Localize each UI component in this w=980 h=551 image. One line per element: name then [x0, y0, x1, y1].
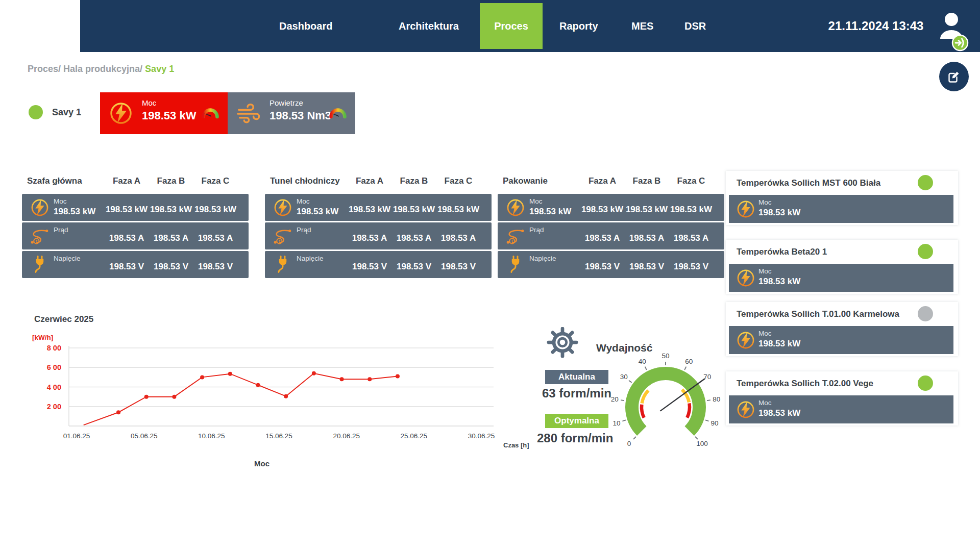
- row-label: Moc: [54, 197, 67, 205]
- svg-text:20: 20: [611, 395, 619, 403]
- table-pakowanie: PakowanieFaza AFaza BFaza C Moc198.53 kW…: [498, 173, 724, 281]
- bolt-icon: [506, 198, 525, 217]
- row-label: Napięcie: [529, 255, 556, 262]
- svg-text:100: 100: [696, 440, 708, 447]
- mini-gauge-icon: [201, 106, 219, 120]
- mini-gauge-icon: [329, 106, 347, 120]
- plug-icon: [273, 255, 292, 274]
- gear-icon: [543, 327, 582, 359]
- row-label: Prąd: [297, 226, 311, 234]
- plug-icon: [506, 255, 525, 274]
- bolt-icon: [736, 400, 755, 419]
- card-title: Temperówka Sollich T.02.00 Vege: [737, 379, 873, 389]
- row-label: Moc: [297, 197, 310, 205]
- table-row-pr-d: Prąd198.53 A198.53 A198.53 A: [265, 222, 492, 249]
- tile-powietrze[interactable]: Powietrze198.53 Nm3: [228, 92, 355, 134]
- tile-moc[interactable]: Moc198.53 kW: [100, 92, 228, 134]
- svg-text:80: 80: [713, 395, 720, 403]
- row-label: Napięcie: [54, 255, 81, 262]
- bolt-icon: [736, 331, 755, 350]
- gauge-svg: 0102030405060708090100: [604, 346, 727, 450]
- edit-icon: [946, 69, 962, 84]
- column-header-faza-c: Faza C: [430, 176, 486, 186]
- table-title: Pakowanie: [503, 176, 548, 186]
- row-value: 198.53 kW: [758, 408, 800, 418]
- status-dot: [918, 244, 933, 259]
- table-row-pr-d: Prąd198.53 A198.53 A198.53 A: [498, 222, 724, 249]
- svg-text:0: 0: [627, 440, 631, 447]
- tile-value: 198.53 Nm3: [270, 109, 331, 122]
- card-power-bar: Moc198.53 kW: [729, 326, 953, 354]
- bolt-icon: [273, 198, 292, 217]
- edit-button[interactable]: [939, 62, 969, 91]
- cell-faza-c: 198.53 V: [430, 251, 486, 278]
- bolt-icon: [736, 400, 755, 419]
- column-header-faza-c: Faza C: [663, 176, 719, 186]
- breadcrumb: Proces/ Hala produkcyjna/ Savy 1: [28, 64, 174, 74]
- row-label: Prąd: [54, 226, 68, 234]
- card-temper-wka-sollich-mst-600-bia-a[interactable]: Temperówka Sollich MST 600 Biała Moc198.…: [726, 171, 958, 225]
- status-dot: [918, 306, 933, 321]
- chart-series-label: Moc: [221, 459, 303, 468]
- current-icon: [273, 227, 292, 246]
- nav-item-dsr[interactable]: DSR: [684, 0, 706, 52]
- svg-text:15.06.25: 15.06.25: [265, 432, 292, 440]
- bolt-icon: [736, 268, 755, 288]
- svg-text:05.06.25: 05.06.25: [131, 432, 158, 440]
- table-szafa-g-wna: Szafa głównaFaza AFaza BFaza C Moc198.53…: [22, 173, 249, 281]
- svg-text:25.06.25: 25.06.25: [401, 432, 428, 440]
- card-title: Temperówka Beta20 1: [737, 247, 827, 257]
- card-power-bar: Moc198.53 kW: [729, 195, 953, 223]
- bolt-icon: [30, 198, 50, 217]
- power-tile-icon: [108, 101, 134, 126]
- nav-item-dashboard[interactable]: Dashboard: [279, 0, 332, 52]
- nav-item-proces[interactable]: Proces: [480, 3, 543, 49]
- current-rate-badge: Aktualna: [545, 370, 608, 384]
- svg-text:6 00: 6 00: [47, 363, 61, 371]
- row-label: Napięcie: [297, 255, 324, 262]
- nav-item-raporty[interactable]: Raporty: [559, 0, 598, 52]
- table-row-napi-cie: Napięcie198.53 V198.53 V198.53 V: [498, 251, 724, 278]
- card-title: Temperówka Sollich MST 600 Biała: [737, 178, 880, 188]
- nav-item-mes[interactable]: MES: [631, 0, 653, 52]
- card-temper-wka-sollich-t-02-00-vege[interactable]: Temperówka Sollich T.02.00 Vege Moc198.5…: [726, 371, 958, 425]
- plug-icon: [30, 255, 50, 274]
- card-title: Temperówka Sollich T.01.00 Karmelowa: [737, 309, 899, 319]
- performance-gauge: 0102030405060708090100: [604, 346, 727, 450]
- current-icon: [30, 227, 50, 246]
- plug-icon: [273, 255, 292, 274]
- row-label: Moc: [529, 197, 543, 205]
- cell-faza-c: 198.53 V: [663, 251, 719, 278]
- card-temper-wka-sollich-t-01-00-karmelowa[interactable]: Temperówka Sollich T.01.00 Karmelowa Moc…: [726, 302, 958, 356]
- mini-gauge-icon: [329, 106, 347, 120]
- current-transformer-icon: [506, 227, 525, 246]
- row-value: 198.53 kW: [54, 207, 95, 217]
- row-value: 198.53 kW: [297, 207, 338, 217]
- svg-text:10: 10: [612, 419, 620, 427]
- nav-datetime: 21.11.2024 13:43: [825, 0, 927, 52]
- row-label: Prąd: [529, 226, 544, 234]
- user-avatar-button[interactable]: [938, 12, 969, 54]
- svg-text:20.06.25: 20.06.25: [333, 432, 360, 440]
- row-value: 198.53 kW: [758, 208, 800, 218]
- table-row-napi-cie: Napięcie198.53 V198.53 V198.53 V: [22, 251, 249, 278]
- svg-text:50: 50: [662, 352, 669, 360]
- table-tunel-ch-odniczy: Tunel chłodniczyFaza AFaza BFaza C Moc19…: [265, 173, 492, 281]
- column-header-faza-c: Faza C: [187, 176, 243, 186]
- air-tile-icon: [236, 101, 261, 126]
- cell-faza-c: 198.53 V: [187, 251, 243, 278]
- gear-icon: [543, 327, 582, 359]
- bolt-icon: [736, 199, 755, 219]
- cell-faza-c: 198.53 kW: [187, 194, 243, 221]
- chart-y-axis-label: [kW/h]: [32, 334, 53, 341]
- svg-text:90: 90: [711, 419, 719, 427]
- chart-title: Czerwiec 2025: [34, 314, 93, 324]
- row-label: Moc: [758, 399, 772, 407]
- svg-text:30.06.25: 30.06.25: [468, 432, 495, 440]
- user-icon: [938, 12, 969, 54]
- card-temper-wka-beta20-1[interactable]: Temperówka Beta20 1 Moc198.53 kW: [726, 240, 958, 294]
- breadcrumb-path[interactable]: Proces/ Hala produkcyjna/: [28, 64, 142, 74]
- table-row-moc: Moc198.53 kW198.53 kW198.53 kW198.53 kW: [22, 194, 249, 221]
- bolt-icon: [273, 198, 292, 217]
- nav-item-architektura[interactable]: Architektura: [399, 0, 459, 52]
